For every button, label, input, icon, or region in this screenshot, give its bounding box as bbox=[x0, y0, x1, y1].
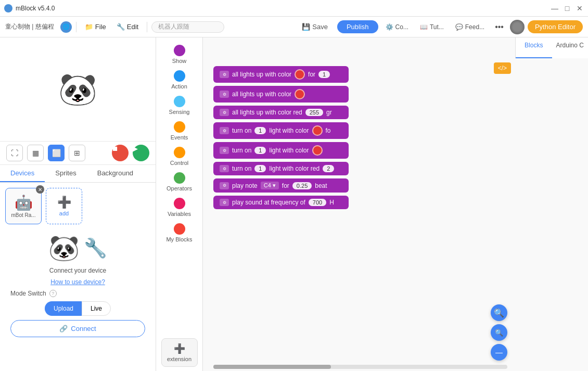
search-input[interactable] bbox=[151, 21, 224, 33]
block-oval[interactable]: 700 bbox=[309, 199, 326, 206]
block-oval[interactable]: 1 bbox=[254, 147, 266, 154]
device-icon: 🤖 bbox=[15, 194, 33, 211]
play-button[interactable]: ▶ bbox=[133, 145, 149, 161]
feed-button[interactable]: 💬 Feed... bbox=[451, 21, 489, 33]
block-cat-action[interactable]: Action bbox=[159, 67, 200, 93]
block-cat-variables[interactable]: Variables bbox=[159, 195, 200, 220]
tab-devices[interactable]: Devices bbox=[0, 165, 45, 182]
code-block-1[interactable]: ⚙all lights up with color bbox=[213, 86, 349, 103]
expand-icon[interactable]: ⛶ bbox=[6, 145, 23, 161]
globe-icon[interactable]: 🌐 bbox=[60, 21, 72, 33]
scrollbar-thumb[interactable] bbox=[213, 365, 331, 369]
avatar[interactable] bbox=[510, 20, 525, 34]
tab-arduino[interactable]: Arduino C bbox=[552, 37, 589, 58]
publish-button[interactable]: Publish bbox=[337, 20, 378, 33]
block-cat-sensing[interactable]: Sensing bbox=[159, 93, 200, 118]
tut-icon: 📖 bbox=[420, 23, 428, 31]
tab-blocks[interactable]: Blocks bbox=[516, 37, 552, 58]
block-text: all lights up with color bbox=[232, 71, 291, 78]
more-button[interactable]: ••• bbox=[492, 20, 507, 34]
layout-icon[interactable]: ▦ bbox=[27, 145, 44, 161]
grid-icon[interactable]: ⊞ bbox=[69, 145, 85, 161]
block-text: play note bbox=[232, 182, 258, 189]
color-picker[interactable] bbox=[312, 145, 323, 156]
block-text: H bbox=[329, 199, 334, 206]
code-block-3[interactable]: ⚙turn on1light with colorfo bbox=[213, 122, 349, 139]
block-oval[interactable]: 2 bbox=[323, 165, 334, 172]
block-cat-control[interactable]: Control bbox=[159, 144, 200, 169]
show-label: Show bbox=[172, 58, 187, 64]
left-panel: 🐼 ⛶ ▦ ⬜ ⊞ ⏹ ▶ Devices Sprites Background… bbox=[0, 37, 156, 371]
code-icon[interactable]: ⬜ bbox=[48, 145, 65, 161]
device-name: mBot Ra... bbox=[11, 212, 35, 219]
close-button[interactable]: ✕ bbox=[576, 4, 584, 12]
code-block-4[interactable]: ⚙turn on1light with color bbox=[213, 142, 349, 159]
code-block-7[interactable]: ⚙play sound at frequency of700H bbox=[213, 196, 349, 209]
info-icon[interactable]: ? bbox=[49, 290, 57, 297]
minimize-button[interactable]: — bbox=[551, 4, 559, 12]
code-block-0[interactable]: ⚙all lights up with colorfor1 bbox=[213, 66, 349, 83]
file-menu[interactable]: 📁 File bbox=[81, 21, 110, 33]
block-icon: ⚙ bbox=[220, 127, 229, 134]
mode-switch-label: Mode Switch bbox=[10, 290, 46, 297]
robot-icon: 🔧 bbox=[84, 237, 107, 259]
tab-sprites[interactable]: Sprites bbox=[45, 165, 86, 182]
block-cat-myblocks[interactable]: My Blocks bbox=[159, 220, 200, 246]
python-editor-button[interactable]: Python Editor bbox=[528, 20, 583, 33]
zoom-out-button[interactable]: 🔍 bbox=[491, 324, 507, 341]
extension-plus-icon: ➕ bbox=[174, 343, 185, 354]
block-oval[interactable]: 0.25 bbox=[292, 182, 312, 189]
block-text: all lights up with color bbox=[232, 91, 291, 98]
tab-background[interactable]: Background bbox=[87, 165, 144, 182]
block-oval[interactable]: 255 bbox=[305, 109, 323, 116]
mode-buttons: Upload Live bbox=[45, 301, 111, 316]
link-icon: 🔗 bbox=[59, 325, 68, 332]
add-device-button[interactable]: ➕ add bbox=[46, 188, 82, 224]
color-picker[interactable] bbox=[295, 89, 305, 99]
color-picker[interactable] bbox=[312, 125, 323, 136]
code-expand-button[interactable]: </> bbox=[494, 62, 511, 74]
block-dropdown[interactable]: C4 ▾ bbox=[261, 182, 279, 189]
tut-button[interactable]: 📖 Tut... bbox=[416, 21, 448, 33]
mode-switch-row: Mode Switch ? bbox=[10, 290, 145, 297]
code-block-6[interactable]: ⚙play noteC4 ▾for0.25beat bbox=[213, 178, 349, 193]
workspace-scrollbar[interactable] bbox=[213, 365, 507, 369]
edit-menu[interactable]: 🔧 Edit bbox=[112, 21, 143, 33]
sprite-toolbar: ⛶ ▦ ⬜ ⊞ ⏹ ▶ bbox=[0, 142, 156, 165]
device-card-mbot[interactable]: ✕ 🤖 mBot Ra... bbox=[5, 188, 42, 224]
operators-dot bbox=[174, 172, 185, 184]
extension-button[interactable]: ➕ extension bbox=[161, 338, 198, 367]
code-block-2[interactable]: ⚙all lights up with color red255gr bbox=[213, 106, 349, 119]
block-cat-show[interactable]: Show bbox=[159, 42, 200, 67]
block-cat-operators[interactable]: Operators bbox=[159, 169, 200, 195]
block-oval[interactable]: 1 bbox=[318, 71, 330, 78]
blocks-panel: Show Action Sensing Events Control Opera… bbox=[156, 37, 203, 371]
zoom-in-button[interactable]: 🔍 bbox=[491, 304, 507, 321]
zoom-reset-button[interactable]: — bbox=[491, 344, 507, 361]
block-oval[interactable]: 1 bbox=[254, 165, 266, 172]
device-close-icon[interactable]: ✕ bbox=[36, 185, 44, 194]
block-icon: ⚙ bbox=[220, 71, 229, 78]
block-text: play sound at frequency of bbox=[232, 199, 305, 206]
co-button[interactable]: ⚙️ Co... bbox=[381, 21, 413, 33]
save-button[interactable]: 💾 Save bbox=[296, 21, 334, 33]
menubar: 童心制物 | 慈偏程 🌐 📁 File 🔧 Edit 💾 Save Publis… bbox=[0, 17, 588, 37]
block-icon: ⚙ bbox=[220, 182, 229, 189]
connect-button[interactable]: 🔗 Connect bbox=[10, 320, 145, 337]
maximize-button[interactable]: □ bbox=[563, 4, 571, 12]
block-text: for bbox=[308, 71, 315, 78]
block-cat-events[interactable]: Events bbox=[159, 118, 200, 144]
live-mode-button[interactable]: Live bbox=[82, 301, 111, 316]
upload-mode-button[interactable]: Upload bbox=[45, 301, 82, 316]
myblocks-dot bbox=[174, 223, 185, 235]
block-oval[interactable]: 1 bbox=[254, 127, 266, 134]
action-label: Action bbox=[171, 83, 187, 89]
stop-button[interactable]: ⏹ bbox=[112, 145, 129, 161]
add-plus-icon: ➕ bbox=[57, 196, 71, 209]
code-block-5[interactable]: ⚙turn on1light with color red2 bbox=[213, 162, 349, 175]
color-picker[interactable] bbox=[295, 69, 305, 80]
how-to-use-link[interactable]: How to use device? bbox=[50, 278, 105, 286]
block-icon: ⚙ bbox=[220, 199, 229, 206]
workspace[interactable]: Blocks Arduino C </> ⚙all lights up with… bbox=[203, 37, 588, 371]
block-text: turn on bbox=[232, 147, 251, 154]
